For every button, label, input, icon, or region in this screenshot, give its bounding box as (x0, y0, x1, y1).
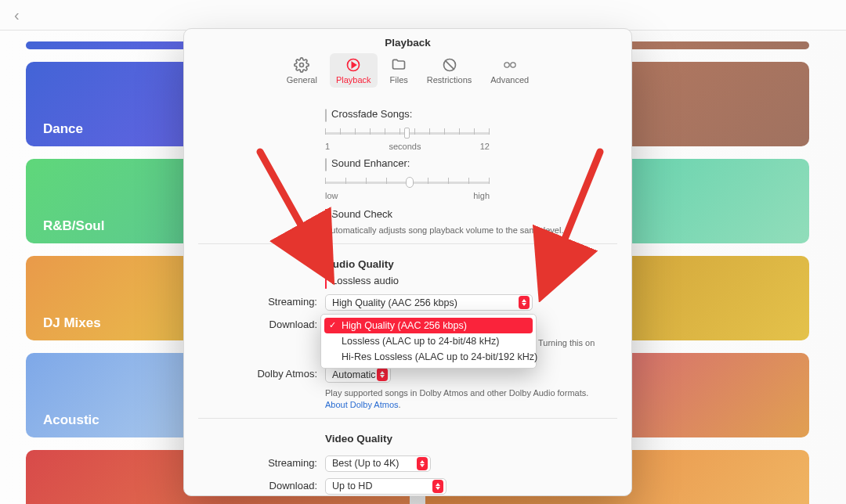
crossfade-label: Crossfade Songs: (331, 108, 412, 120)
slider-max-label: 12 (480, 142, 490, 151)
period: . (399, 400, 401, 409)
option-high-quality[interactable]: High Quality (AAC 256 kbps) (324, 318, 533, 333)
tab-advanced[interactable]: Advanced (484, 53, 535, 88)
lossless-audio-label: Lossless audio (331, 275, 399, 286)
toolbar: ‹ (0, 0, 846, 31)
sound-enhancer-label: Sound Enhancer: (331, 157, 410, 169)
tab-label: Playback (336, 75, 371, 85)
sound-check-description: Automatically adjusts song playback volu… (325, 225, 617, 236)
tab-files[interactable]: Files (384, 53, 414, 88)
option-hi-res-lossless[interactable]: Hi-Res Lossless (ALAC up to 24-bit/192 k… (324, 349, 533, 365)
aq-streaming-label: Streaming: (198, 294, 325, 308)
no-symbol-icon (441, 56, 458, 74)
about-dolby-link[interactable]: About Dolby Atmos (325, 400, 399, 409)
vq-download-label: Download: (198, 478, 325, 491)
card-label: DJ Mixes (43, 315, 101, 331)
folder-icon (390, 56, 407, 74)
pref-body: Crossfade Songs: 1 seconds 12 Sound Enha… (184, 94, 631, 496)
tab-label: Files (390, 75, 408, 85)
vq-download-select[interactable]: Up to HD (325, 478, 446, 495)
separator (198, 418, 617, 419)
back-chevron-icon[interactable]: ‹ (14, 6, 20, 24)
vq-streaming-value: Best (Up to 4K) (332, 458, 399, 469)
svg-point-5 (504, 63, 509, 67)
aq-download-dropdown[interactable]: High Quality (AAC 256 kbps) Lossless (AL… (320, 314, 537, 369)
aq-download-note: Turning this on (538, 337, 595, 348)
tab-playback[interactable]: Playback (330, 53, 378, 88)
pref-tab-bar: General Playback Files Restrictions Adva… (184, 50, 631, 94)
vq-streaming-label: Streaming: (198, 455, 325, 469)
tab-label: Restrictions (427, 75, 472, 85)
tab-label: Advanced (490, 75, 529, 85)
dolby-value: Automatic (332, 369, 376, 380)
tab-general[interactable]: General (280, 53, 324, 88)
stepper-icon (417, 457, 428, 470)
sound-enhancer-checkbox[interactable]: Sound Enhancer: (325, 157, 410, 169)
svg-point-6 (511, 63, 515, 67)
video-quality-heading: Video Quality (325, 433, 617, 445)
svg-point-0 (300, 63, 304, 67)
aq-download-label: Download: (198, 317, 325, 330)
card-label: Acoustic (43, 412, 99, 428)
window-title: Playback (184, 29, 631, 50)
aq-streaming-select[interactable]: High Quality (AAC 256 kbps) (325, 294, 533, 311)
aq-streaming-value: High Quality (AAC 256 kbps) (332, 297, 457, 308)
tab-label: General (287, 75, 317, 85)
stepper-icon (377, 368, 388, 381)
tab-restrictions[interactable]: Restrictions (421, 53, 478, 88)
slider-low-label: low (325, 191, 338, 200)
svg-marker-2 (352, 63, 356, 68)
slider-unit-label: seconds (389, 142, 421, 151)
sound-check-checkbox[interactable]: Sound Check (325, 208, 392, 220)
dolby-description: Play supported songs in Dolby Atmos and … (325, 388, 588, 398)
dolby-label: Dolby Atmos: (198, 366, 325, 380)
slider-high-label: high (473, 191, 490, 200)
svg-line-4 (445, 60, 454, 70)
card-label: Dance (43, 121, 83, 137)
lossless-audio-checkbox[interactable]: Lossless audio (325, 275, 399, 286)
vq-streaming-select[interactable]: Best (Up to 4K) (325, 455, 431, 472)
separator (198, 243, 617, 244)
slider-min-label: 1 (325, 142, 330, 151)
crossfade-checkbox[interactable]: Crossfade Songs: (325, 108, 412, 120)
double-gear-icon (501, 56, 519, 74)
audio-quality-heading: Audio Quality (325, 258, 617, 270)
stepper-icon (432, 480, 443, 493)
play-circle-icon (345, 56, 362, 74)
option-lossless[interactable]: Lossless (ALAC up to 24-bit/48 kHz) (324, 333, 533, 349)
sound-check-label: Sound Check (331, 208, 392, 220)
preferences-window: Playback General Playback Files Restrict… (183, 28, 632, 496)
card-label: R&B/Soul (43, 218, 104, 234)
gear-icon (293, 56, 310, 74)
stepper-icon (519, 296, 530, 309)
sound-enhancer-slider[interactable] (325, 175, 490, 189)
dolby-select[interactable]: Automatic (325, 366, 391, 383)
vq-download-value: Up to HD (332, 481, 372, 491)
crossfade-slider[interactable] (325, 126, 490, 140)
